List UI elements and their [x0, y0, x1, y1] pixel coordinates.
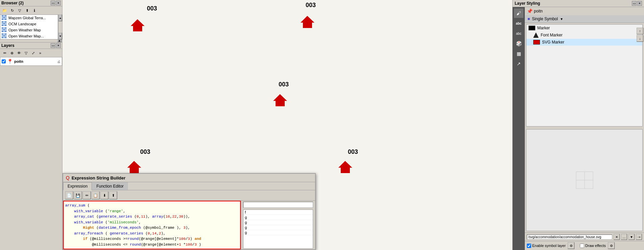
- expr-new-btn[interactable]: 📄: [65, 191, 73, 199]
- expr-list-item-g2[interactable]: g: [243, 220, 313, 225]
- svg-path-clear-btn[interactable]: ✕: [614, 234, 620, 240]
- font-marker-icon: [533, 32, 539, 38]
- single-symbol-label: Single Symbol: [532, 17, 558, 21]
- expr-list-item-g3[interactable]: g: [243, 225, 313, 230]
- draw-effects-checkbox-label: Draw effects: [580, 244, 606, 248]
- browser-upload-btn[interactable]: ⬆: [24, 7, 30, 14]
- styling-brush-btn[interactable]: 🖌: [514, 8, 523, 18]
- styling-layer-name: poitn: [534, 9, 543, 13]
- expr-titlebar: Q Expression String Builder: [63, 174, 315, 182]
- expr-code: array_sum ( with_variable ('range', arra…: [65, 203, 239, 247]
- expr-search-input[interactable]: [243, 202, 313, 208]
- svg-path-bar: /svg/accommodation/accommodation_house.s…: [525, 232, 644, 241]
- expr-upload-btn[interactable]: ⬆: [109, 191, 117, 199]
- browser-titlebar: Browser (2) ▭ ✕: [0, 0, 62, 6]
- browser-minimize-icon[interactable]: ▭: [51, 1, 55, 5]
- svg-path-browse-btn[interactable]: …: [621, 234, 627, 240]
- layer-item-poitn[interactable]: 📍 poitn 🖨: [0, 58, 62, 65]
- map-house-3: [127, 160, 142, 175]
- layers-eye-btn[interactable]: 👁: [16, 50, 22, 56]
- browser-items-list: Mapzen Global Terra... OCM Landscape: [0, 15, 58, 39]
- browser-item-mapzen[interactable]: Mapzen Global Terra...: [0, 15, 58, 21]
- browser-item-owm1[interactable]: Open Weather Map: [0, 27, 58, 33]
- svg-marker-0: [131, 19, 145, 31]
- tab-expression[interactable]: Expression: [63, 182, 92, 190]
- browser-item-label-mapzen: Mapzen Global Terra...: [8, 16, 46, 20]
- browser-scroll-up[interactable]: ▲: [58, 15, 62, 21]
- symbol-tree-marker[interactable]: Marker: [526, 25, 642, 31]
- styling-abc-btn[interactable]: abc: [514, 19, 523, 28]
- expr-search-area: [241, 201, 315, 209]
- enable-symbol-checkbox-label: Enable symbol layer: [527, 244, 566, 248]
- svg-path-more-btn[interactable]: ⇢: [636, 234, 642, 240]
- move-down-btn[interactable]: ↓: [637, 35, 643, 42]
- browser-info-btn[interactable]: ℹ: [31, 7, 38, 14]
- layers-more-btn[interactable]: »: [37, 50, 44, 56]
- expr-list-item-f[interactable]: f: [243, 210, 313, 215]
- left-panel: Browser (2) ▭ ✕ 📁 ↻ ▽ ⬆ ℹ: [0, 0, 62, 250]
- browser-close-icon[interactable]: ✕: [56, 1, 61, 5]
- layers-filter-btn[interactable]: ▽: [23, 50, 29, 56]
- map-label-1: 003: [306, 2, 316, 9]
- expr-list-item-g1[interactable]: g: [243, 215, 313, 220]
- layers-move-btn[interactable]: ⤢: [30, 50, 36, 56]
- expr-download-btn[interactable]: ⬇: [100, 191, 108, 199]
- map-house-4: [338, 160, 353, 175]
- map-label-3: 003: [140, 148, 150, 156]
- layer-styling-header-icons: ▭ ✕: [632, 1, 642, 6]
- expr-copy-btn[interactable]: 📋: [92, 191, 100, 199]
- browser-folder-btn[interactable]: 📁: [1, 7, 8, 14]
- layer-styling-close-icon[interactable]: ✕: [637, 1, 642, 6]
- draw-effects-checkbox[interactable]: [580, 244, 584, 248]
- layer-styling-minimize-icon[interactable]: ▭: [632, 1, 637, 6]
- draw-effects-settings-btn[interactable]: ⚙: [608, 242, 615, 249]
- tab-function-editor[interactable]: Function Editor: [92, 182, 128, 190]
- browser-item-label-ocm: OCM Landscape: [8, 22, 36, 26]
- expr-list-item-g4[interactable]: g: [243, 230, 313, 235]
- expr-save-btn[interactable]: 💾: [74, 191, 82, 199]
- browser-item-label-owm1: Open Weather Map: [8, 28, 41, 32]
- svg-marker-3: [127, 161, 141, 173]
- grid-icon-mapzen: [2, 15, 7, 21]
- browser-item-owm2[interactable]: Open Weather Map...: [0, 33, 58, 39]
- layer-checkbox-poitn[interactable]: [2, 59, 6, 63]
- draw-effects-label: Draw effects: [585, 244, 606, 248]
- browser-titlebar-icons: ▭ ✕: [51, 1, 61, 5]
- expression-builder: Q Expression String Builder Expression F…: [62, 173, 316, 250]
- layers-add-btn[interactable]: ⊕: [8, 50, 15, 56]
- browser-refresh-btn[interactable]: ↻: [9, 7, 16, 14]
- layers-toolbar: ✏ ⊕ 👁 ▽ ⤢ »: [0, 49, 62, 57]
- styling-main: 📌 poitn ■ Single Symbol ▼ Marker Font Ma: [525, 7, 644, 250]
- map-house-2: [273, 93, 288, 108]
- symbol-tree-font-marker[interactable]: Font Marker: [526, 31, 642, 39]
- expr-edit-btn[interactable]: ✏: [83, 191, 91, 199]
- browser-item-ocm[interactable]: OCM Landscape: [0, 21, 58, 27]
- symbol-tree-svg-marker[interactable]: SVG Marker: [526, 39, 642, 46]
- styling-3d-btn[interactable]: 🎲: [514, 39, 523, 48]
- layers-pencil-btn[interactable]: ✏: [1, 50, 8, 56]
- layer-print-icon: 🖨: [57, 60, 60, 63]
- enable-symbol-checkbox[interactable]: [527, 244, 531, 248]
- svg-marker-1: [301, 16, 314, 28]
- map-label-0: 003: [147, 5, 157, 12]
- grid-icon-owm2: [2, 33, 7, 39]
- house-svg-0: [130, 19, 145, 32]
- browser-scroll-right[interactable]: ▶: [57, 39, 61, 42]
- map-label-4: 003: [348, 148, 358, 156]
- browser-item-label-owm2: Open Weather Map...: [8, 34, 44, 38]
- enable-symbol-settings-btn[interactable]: ⚙: [568, 242, 574, 249]
- browser-scroll-down[interactable]: ▼: [58, 33, 62, 39]
- symbol-dropdown-btn[interactable]: ▼: [560, 17, 563, 21]
- grid-icon-ocm: [2, 21, 7, 27]
- layers-close-icon[interactable]: ✕: [56, 43, 61, 48]
- move-up-btn[interactable]: ↑: [637, 28, 643, 34]
- enable-symbol-bar: Enable symbol layer ⚙ Draw effects ⚙: [525, 241, 644, 250]
- styling-arrow-btn[interactable]: ↗: [514, 59, 523, 68]
- svg-path-dropdown-btn[interactable]: ▼: [628, 234, 635, 240]
- styling-texture-btn[interactable]: ▦: [514, 49, 523, 58]
- browser-filter-btn[interactable]: ▽: [16, 7, 23, 14]
- styling-text-btn[interactable]: abc: [514, 29, 523, 38]
- layers-minimize-icon[interactable]: ▭: [51, 43, 55, 48]
- expr-editor[interactable]: array_sum ( with_variable ('range', arra…: [63, 201, 241, 249]
- layers-titlebar: Layers ▭ ✕: [0, 43, 62, 49]
